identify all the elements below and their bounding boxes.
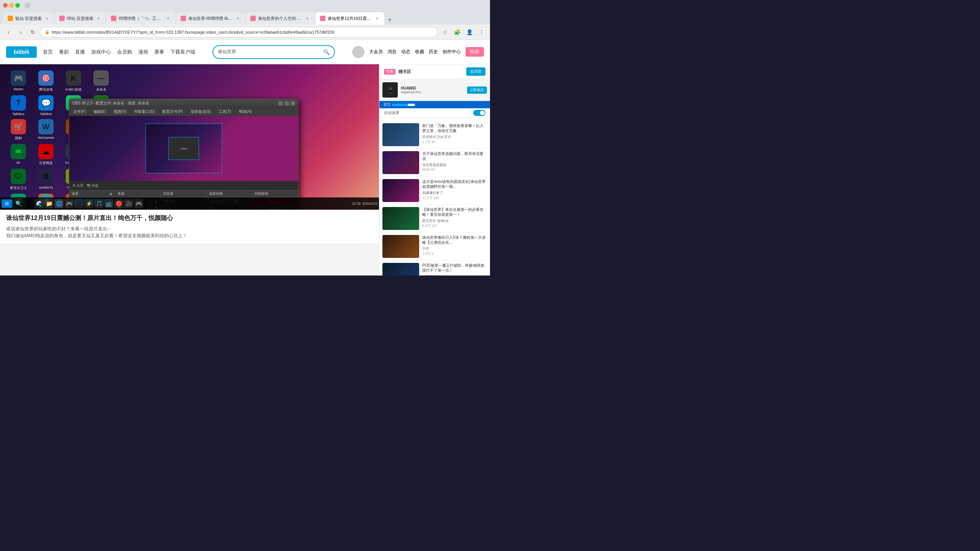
desktop-icon-unnamed[interactable]: — 未命名 [89,70,113,92]
profile-button[interactable]: 👤 [464,27,475,37]
nav-comics[interactable]: 漫画 [138,49,148,55]
nav-games[interactable]: 游戏中心 [91,49,111,55]
desktop-icon-security[interactable]: 🛡 奥安全卫士 [6,169,31,191]
taskbar-app9-icon[interactable]: 🔴 [114,199,123,208]
taskbar-app4-icon[interactable]: 🎮 [64,199,74,208]
tab-close-6[interactable]: × [374,16,380,21]
toggle-switch[interactable] [473,110,485,116]
taskbar-chrome-icon[interactable]: 🌐 [54,199,64,208]
back-button[interactable]: ‹ [3,27,14,37]
obs-close-button[interactable]: ✕ [291,101,295,106]
maximize-button[interactable] [15,3,20,8]
huawei-cta-button[interactable]: 立即购买 [467,86,487,94]
send-message-button[interactable]: 发消息 [466,67,485,76]
related-stats-4: 1.6万 3 [422,251,487,256]
desktop-icon-talkbox[interactable]: T TalkBox [6,95,31,116]
desktop-icon-tencent[interactable]: 🎯 腾讯游戏 [34,70,58,92]
score-fill [392,104,408,106]
new-tab-button[interactable]: + [385,15,394,24]
obs-menu-help[interactable]: 帮助(H) [237,108,254,115]
obs-menu-profile[interactable]: 配置文件(P) [160,108,185,115]
messages-label[interactable]: 消息 [387,49,397,55]
related-item-5[interactable]: 00:48 POD被第一魔王打破防，终极地狱难度打不了第一点！ 小茶最解解 2.… [382,261,487,276]
upload-button[interactable]: 投稿 [466,47,484,57]
taskbar-edge-icon[interactable]: 🌊 [34,199,44,208]
obs-menu-file[interactable]: 文件(F) [71,108,88,115]
obs-menu-dock[interactable]: 停靠窗口(D) [132,108,157,115]
desktop-icon-talkbox2[interactable]: 💬 TalkBox [34,95,58,116]
obs-minimize-button[interactable]: ─ [278,101,283,106]
taskbar-app10-icon[interactable]: 🎥 [124,199,133,208]
desktop-icon-steam[interactable]: 🎮 Steam [6,70,31,92]
nav-download[interactable]: 下载客户端 [170,49,195,55]
tab-close-4[interactable]: × [235,16,240,21]
nav-esports[interactable]: 赛事 [154,49,164,55]
related-title-1: 关于诛仙世界选服问题，蔡哥有话要说 [422,151,487,161]
vip-label[interactable]: 大会员 [369,49,383,55]
start-button[interactable]: ⊞ [2,199,12,208]
desktop-icon-sysdia[interactable]: ⚙ sysdia-fu [34,169,58,191]
tab-6-active[interactable]: 诛仙世界12月19日震撼公测 | 素... × [315,12,384,24]
refresh-button[interactable]: ↻ [28,27,38,37]
tab-5[interactable]: 诛仙世界的个人空间·诛仙世界个人... × [246,12,315,24]
bilibili-logo[interactable]: bilibili [6,46,37,58]
auto-scroll-toggle: 自动滚屏 [379,108,490,118]
star-button[interactable]: ☆ [439,27,450,37]
taskbar-app6-icon[interactable]: ⚡ [84,199,93,208]
obs-scene-switcher[interactable]: ⚙ 全景 [72,183,83,188]
taskbar-app7-icon[interactable]: 🎵 [94,199,103,208]
related-item-3[interactable]: 【诛仙世界】来自全服第一的必看攻略！看完你就是第一！ 星宝学长-游戏Up 5.6… [382,205,487,233]
tab-2[interactable]: 哔站·百度搜索 × [55,12,106,24]
nav-anime[interactable]: 番剧 [59,49,69,55]
obs-sources-header: 来源 [115,191,161,197]
favorites-label[interactable]: 收藏 [415,49,424,55]
obs-scenes-add[interactable]: ⊕ [109,192,113,196]
desktop-icon-4k[interactable]: 4K 4K [6,144,31,166]
create-label[interactable]: 创作中心 [443,49,461,55]
related-item-4[interactable]: 诛仙世界搬砖日入5张？搬砖第一天攻略【公测也会实... 宁空 1.6万 3 [382,233,487,261]
minimize-button[interactable] [9,3,14,8]
obs-menu-view[interactable]: 视图(V) [111,108,129,115]
obs-menu-edit[interactable]: 编辑(E) [91,108,108,115]
close-button[interactable] [3,3,8,8]
nav-home[interactable]: 首页 [43,49,53,55]
desktop-icon-baidu[interactable]: ☁ 百度网盘 [34,144,58,166]
tab-3[interactable]: 哔哩哔哩（「つ」乙手一 blli... × [106,12,175,24]
tab-close-2[interactable]: × [96,16,101,21]
history-label[interactable]: 历史 [429,49,438,55]
desktop-icon-shop[interactable]: 🛒 团购 [6,119,31,141]
related-item-1[interactable]: 关于诛仙世界选服问题，蔡哥有话要说 你没哥真的真的 5640 48 [382,149,487,177]
obs-studio-mode[interactable]: 📷 传媒 [87,183,99,188]
menu-button[interactable]: ⋮ [476,27,487,37]
obs-menu-scenes[interactable]: 场景集合(S) [188,108,213,115]
taskbar-explorer-icon[interactable]: 📁 [44,199,54,208]
taskbar-app11-icon[interactable]: 🎮 [134,199,143,208]
taskbar-app5-icon[interactable]: 🛡 [74,199,83,208]
related-videos-section: 新门派「万象」预研效果首曝！以入梦之笔，徐徐生万象 天涯明月刀OL官方 2.7万… [379,118,490,276]
tab-close-1[interactable]: × [44,16,49,21]
search-box[interactable]: 诛仙世界 🔍 [212,45,335,59]
tab-4[interactable]: 诛仙世界·哔哩哔哩 Bili... × [176,12,245,24]
extensions-button[interactable]: 🧩 [452,27,462,37]
obs-menu-tools[interactable]: 工具(T) [216,108,234,115]
dynamic-label[interactable]: 动态 [401,49,410,55]
tab-close-5[interactable]: × [305,16,310,21]
obs-scenes-header: 场景 ⊕ [69,191,115,197]
obs-mixer-header: 混音器 [161,191,206,197]
related-item-0[interactable]: 新门派「万象」预研效果首曝！以入梦之笔，徐徐生万象 天涯明月刀OL官方 2.7万… [382,121,487,149]
forward-button[interactable]: › [15,27,26,37]
taskbar-search-icon[interactable]: 🔍 [14,199,23,208]
desktop-icon-wegames[interactable]: W WeGames [34,119,58,141]
obs-maximize-button[interactable]: □ [284,101,289,106]
taskbar-task-view[interactable]: ⊟ [24,199,33,208]
taskbar-app8-icon[interactable]: 📺 [104,199,113,208]
tab-1[interactable]: 狐仙·百度搜索 × [3,12,54,24]
address-bar[interactable]: 🔒 https://www.bilibili.com/video/BV14qDY… [40,27,438,37]
related-item-2[interactable]: 这才是mmo该有的团战优化(诛仙世界超震撼野外第一视... 风谦谦归来了 17.… [382,177,487,205]
user-avatar[interactable] [352,46,364,58]
search-icon[interactable]: 🔍 [323,49,330,55]
tab-close-3[interactable]: × [165,16,171,21]
nav-shop[interactable]: 会员购 [117,49,132,55]
desktop-icon-kxbc[interactable]: K KXBC游戏 [61,70,86,92]
nav-live[interactable]: 直播 [75,49,85,55]
